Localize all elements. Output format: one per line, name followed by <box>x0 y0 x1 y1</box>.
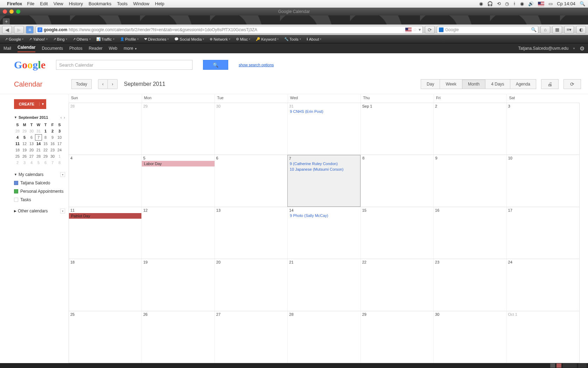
bookmark-traffic[interactable]: 📊Traffic▾ <box>94 36 117 42</box>
minimize-window-icon[interactable] <box>9 9 14 14</box>
day-cell[interactable]: 12 <box>141 207 214 259</box>
mini-cal-day[interactable]: 3 <box>56 128 63 134</box>
mini-cal-day[interactable]: 24 <box>56 147 63 153</box>
gnav-photos[interactable]: Photos <box>69 46 82 51</box>
mini-cal-day[interactable]: 17 <box>56 141 63 147</box>
mini-cal-day[interactable]: 6 <box>28 134 35 141</box>
day-cell[interactable]: 29 <box>360 311 433 363</box>
bookmark-social[interactable]: 💬Social Media▾ <box>172 36 206 42</box>
addon2-button[interactable]: ≡▾ <box>564 26 574 34</box>
other-cals-collapse-icon[interactable]: ▶ <box>14 209 16 213</box>
mini-cal-day[interactable]: 15 <box>42 141 49 147</box>
gnav-documents[interactable]: Documents <box>42 46 63 51</box>
create-dropdown-icon[interactable]: ▼ <box>39 102 46 106</box>
mini-cal-day[interactable]: 12 <box>21 141 28 147</box>
print-button[interactable]: 🖨 <box>541 79 559 89</box>
mini-cal-prev-icon[interactable]: ‹ <box>61 115 62 120</box>
my-cals-collapse-icon[interactable]: ▼ <box>14 173 17 176</box>
day-cell[interactable]: Oct 1 <box>506 311 579 363</box>
status-icon-3[interactable] <box>563 363 577 368</box>
mini-cal-day[interactable]: 5 <box>35 159 42 166</box>
menuextra-icon[interactable]: ◉ <box>479 1 483 6</box>
calendar-list-item[interactable]: Personal Appointments <box>14 189 65 194</box>
bookmark-profile[interactable]: 👤Profile▾ <box>118 36 141 42</box>
calendar-event[interactable]: Labor Day <box>142 161 214 166</box>
calendar-search-button[interactable]: 🔍 <box>203 60 228 70</box>
mini-cal-day[interactable]: 6 <box>42 159 49 166</box>
mini-cal-day[interactable]: 16 <box>49 141 56 147</box>
bookmark-misc[interactable]: ⚙Misc▾ <box>234 36 253 42</box>
bluetooth-icon[interactable]: ᚼ <box>513 1 516 6</box>
battery-icon[interactable]: ▭ <box>548 1 553 6</box>
headphones-icon[interactable]: 🎧 <box>487 1 493 6</box>
other-cals-menu-icon[interactable]: ▾ <box>60 209 65 213</box>
calendar-event[interactable]: 9 CNHS (Erin Post) <box>289 109 359 114</box>
gnav-reader[interactable]: Reader <box>89 46 102 51</box>
day-cell[interactable]: 19 <box>141 259 214 311</box>
addon1-button[interactable]: ▦ <box>552 26 562 34</box>
url-input[interactable]: 7 google.com https://www.google.com/cale… <box>36 26 423 34</box>
day-cell[interactable]: 30 <box>433 311 506 363</box>
mini-cal-day[interactable]: 11 <box>14 141 21 147</box>
calendar-event[interactable]: Patriot Day <box>69 213 141 219</box>
day-cell[interactable]: 11Patriot Day <box>69 207 141 259</box>
status-icon-1[interactable] <box>550 363 555 368</box>
mini-cal-day[interactable]: 21 <box>35 147 42 153</box>
bookmark-tools[interactable]: 🔧Tools▾ <box>282 36 303 42</box>
menu-bookmarks[interactable]: Bookmarks <box>89 1 111 6</box>
mini-cal-day[interactable]: 4 <box>14 134 21 141</box>
mini-cal-day[interactable]: 26 <box>21 153 28 159</box>
addon3-button[interactable]: ◐ <box>576 26 586 34</box>
calendar-event[interactable]: 9 Photo (Sally McCay) <box>289 213 359 218</box>
readability-button[interactable]: ≡ <box>26 26 34 34</box>
day-cell[interactable]: 13 <box>215 207 287 259</box>
gnav-calendar[interactable]: Calendar <box>18 45 35 52</box>
gnav-mail[interactable]: Mail <box>4 46 11 51</box>
calendar-event[interactable]: 10 Japanese (Mutsumi Corson) <box>289 167 359 172</box>
mini-cal-day[interactable]: 22 <box>42 147 49 153</box>
sync-icon[interactable]: ⟲ <box>497 1 501 6</box>
mini-cal-day[interactable]: 14 <box>35 141 42 147</box>
day-cell[interactable]: 27 <box>215 311 287 363</box>
home-button[interactable]: ⌂ <box>540 26 550 34</box>
day-cell[interactable]: 319 CNHS (Erin Post) <box>287 103 360 155</box>
gnav-more[interactable]: more ▼ <box>124 46 137 51</box>
mini-cal-day[interactable]: 29 <box>42 153 49 159</box>
day-cell[interactable]: 28 <box>69 103 141 155</box>
mini-cal-day[interactable]: 2 <box>49 128 56 134</box>
bookmark-directories[interactable]: ❤Directories▾ <box>142 36 171 42</box>
view-month[interactable]: Month <box>462 79 485 89</box>
status-icon-2[interactable] <box>556 363 561 368</box>
today-button[interactable]: Today <box>71 79 92 89</box>
mini-cal-day[interactable]: 13 <box>28 141 35 147</box>
clock[interactable]: Ср 14:04 <box>557 1 575 6</box>
user-email[interactable]: Tatjana.Salcedo@uvm.edu <box>518 46 568 51</box>
day-cell[interactable]: 5Labor Day <box>141 155 214 206</box>
next-period-button[interactable]: › <box>108 79 118 89</box>
gnav-web[interactable]: Web <box>109 46 117 51</box>
menu-window[interactable]: Window <box>133 1 149 6</box>
bookmark-network[interactable]: ⊕Network▾ <box>208 36 232 42</box>
close-window-icon[interactable] <box>3 9 7 14</box>
day-cell[interactable]: 8 <box>360 155 433 206</box>
mini-cal-day[interactable]: 2 <box>14 159 21 166</box>
day-cell[interactable]: 16 <box>433 207 506 259</box>
day-cell[interactable]: 17 <box>506 207 579 259</box>
google-logo[interactable]: Google <box>14 59 46 71</box>
new-tab-button[interactable]: + <box>3 18 10 25</box>
my-cals-menu-icon[interactable]: ▾ <box>60 172 65 177</box>
day-cell[interactable]: 26 <box>141 311 214 363</box>
view-4days[interactable]: 4 Days <box>485 79 510 89</box>
zoom-window-icon[interactable] <box>16 9 20 14</box>
mini-cal-day[interactable]: 28 <box>35 153 42 159</box>
menu-view[interactable]: View <box>54 1 63 6</box>
bookmark-about[interactable]: ℹAbout▾ <box>304 36 324 42</box>
view-week[interactable]: Week <box>440 79 462 89</box>
day-cell[interactable]: 79 (Catherine Ruley Condon)10 Japanese (… <box>287 155 360 206</box>
app-name[interactable]: Firefox <box>7 1 22 6</box>
mini-cal-day[interactable]: 8 <box>56 159 63 166</box>
day-cell[interactable]: 15 <box>360 207 433 259</box>
browser-search-input[interactable]: 🟦 Google 🔍 <box>437 26 538 34</box>
search-magnify-icon[interactable]: 🔍 <box>531 27 537 32</box>
day-cell[interactable]: 18 <box>69 259 141 311</box>
